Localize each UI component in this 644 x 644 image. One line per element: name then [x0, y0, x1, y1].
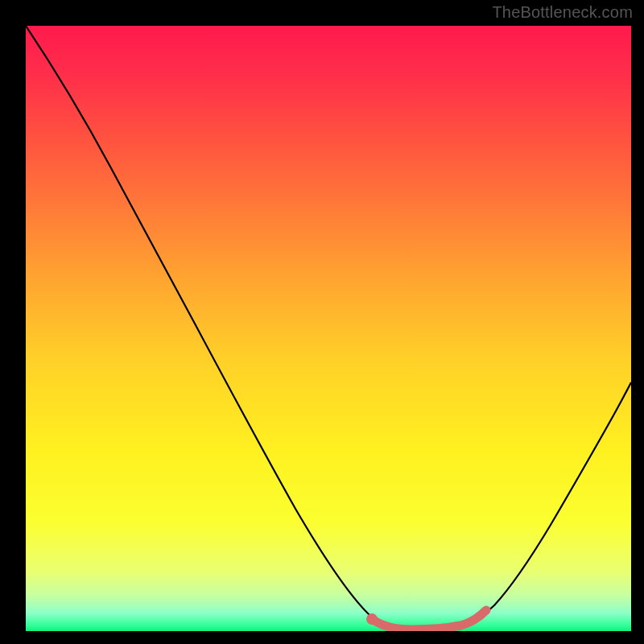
- chart-svg: [26, 26, 631, 631]
- plot-area: [26, 26, 631, 631]
- optimal-range-marker: [372, 610, 486, 630]
- bottleneck-curve: [26, 26, 631, 630]
- watermark-text: TheBottleneck.com: [492, 3, 633, 22]
- range-start-dot: [366, 613, 378, 625]
- chart-frame: TheBottleneck.com: [0, 0, 644, 644]
